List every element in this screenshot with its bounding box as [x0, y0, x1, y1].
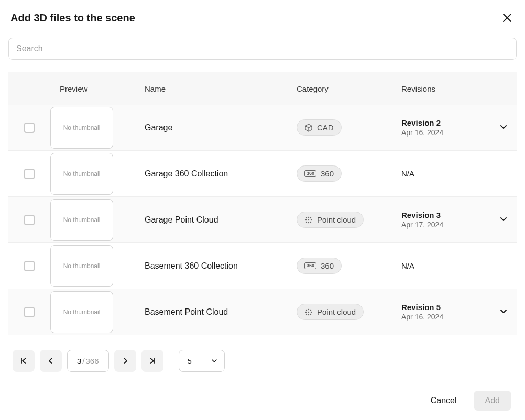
page-size-select[interactable]: 5 — [179, 350, 225, 372]
column-preview: Preview — [50, 84, 145, 93]
add-button[interactable]: Add — [474, 391, 511, 411]
column-name: Name — [145, 84, 297, 93]
revision-date: Apr 16, 2024 — [401, 313, 490, 321]
file-name: Garage Point Cloud — [145, 215, 297, 225]
revision-title: Revision 2 — [401, 118, 490, 127]
page-size-value: 5 — [188, 357, 192, 366]
cad-icon — [304, 124, 313, 132]
chevron-down-icon — [211, 357, 218, 364]
revision-title: Revision 5 — [401, 303, 490, 312]
svg-point-15 — [306, 313, 307, 314]
table-row: No thumbnail Garage 360 Collection 360 3… — [8, 151, 517, 197]
pointcloud-icon — [304, 216, 313, 224]
revision-date: Apr 16, 2024 — [401, 128, 490, 137]
dialog-title: Add 3D files to the scene — [10, 12, 135, 24]
first-page-icon — [19, 356, 28, 366]
svg-point-8 — [310, 221, 311, 222]
search-input[interactable] — [8, 38, 517, 60]
chevron-right-icon — [121, 356, 130, 366]
row-checkbox[interactable] — [24, 123, 35, 133]
chevron-down-icon — [499, 307, 508, 315]
close-icon — [502, 13, 512, 23]
revision-na: N/A — [401, 261, 490, 270]
svg-point-10 — [308, 308, 309, 310]
svg-point-16 — [308, 314, 309, 315]
category-label: 360 — [321, 261, 334, 270]
thumbnail-placeholder: No thumbnail — [50, 153, 113, 195]
category-label: CAD — [317, 123, 334, 132]
svg-point-17 — [310, 313, 311, 314]
divider — [171, 354, 171, 368]
expand-button[interactable] — [496, 212, 511, 228]
svg-point-13 — [308, 311, 309, 312]
svg-point-1 — [308, 216, 309, 217]
file-name: Basement Point Cloud — [145, 307, 297, 317]
revision-title: Revision 3 — [401, 211, 490, 219]
last-page-button[interactable] — [141, 350, 163, 372]
svg-point-2 — [310, 217, 311, 218]
category-label: Point cloud — [317, 307, 356, 316]
row-checkbox[interactable] — [24, 307, 35, 317]
chevron-left-icon — [46, 356, 56, 366]
svg-point-9 — [306, 309, 307, 310]
thumbnail-placeholder: No thumbnail — [50, 245, 113, 287]
svg-point-3 — [305, 219, 307, 220]
category-badge: 360 360 — [297, 165, 342, 182]
svg-point-14 — [311, 311, 312, 312]
360-icon: 360 — [304, 262, 316, 269]
svg-point-5 — [311, 219, 312, 220]
last-page-icon — [148, 356, 157, 366]
table-row: No thumbnail Basement 360 Collection 360… — [8, 243, 517, 289]
category-badge: Point cloud — [297, 212, 364, 228]
thumbnail-placeholder: No thumbnail — [50, 291, 113, 333]
svg-point-7 — [308, 222, 309, 223]
files-table: Preview Name Category Revisions No thumb… — [8, 72, 517, 335]
svg-point-11 — [310, 309, 311, 310]
table-row: No thumbnail Garage Point Cloud Point cl… — [8, 197, 517, 243]
current-page: 3 — [77, 357, 81, 366]
category-badge: CAD — [297, 119, 342, 136]
thumbnail-placeholder: No thumbnail — [50, 107, 113, 149]
pagination: 3 / 366 5 — [8, 350, 517, 372]
file-name: Garage 360 Collection — [145, 169, 297, 179]
total-pages: 366 — [86, 357, 99, 366]
expand-button[interactable] — [496, 304, 511, 320]
dialog-actions: Cancel Add — [8, 391, 517, 411]
category-badge: 360 360 — [297, 258, 342, 274]
page-indicator[interactable]: 3 / 366 — [67, 350, 109, 372]
close-button[interactable] — [500, 10, 515, 25]
first-page-button[interactable] — [13, 350, 35, 372]
table-header: Preview Name Category Revisions — [8, 72, 517, 105]
revision-na: N/A — [401, 169, 490, 178]
row-checkbox[interactable] — [24, 169, 35, 179]
row-checkbox[interactable] — [24, 215, 35, 225]
chevron-down-icon — [499, 123, 508, 131]
chevron-down-icon — [499, 215, 508, 223]
svg-point-0 — [306, 217, 307, 218]
revision-date: Apr 17, 2024 — [401, 220, 490, 229]
svg-point-4 — [308, 219, 309, 220]
prev-page-button[interactable] — [40, 350, 62, 372]
category-label: 360 — [321, 169, 334, 178]
svg-point-12 — [305, 311, 307, 312]
file-name: Garage — [145, 123, 297, 132]
column-revisions: Revisions — [401, 84, 490, 93]
svg-point-6 — [306, 221, 307, 222]
360-icon: 360 — [304, 170, 316, 177]
next-page-button[interactable] — [114, 350, 136, 372]
row-checkbox[interactable] — [24, 261, 35, 271]
category-label: Point cloud — [317, 215, 356, 224]
cancel-button[interactable]: Cancel — [422, 391, 465, 411]
table-row: No thumbnail Basement Point Cloud Point … — [8, 289, 517, 335]
category-badge: Point cloud — [297, 304, 364, 320]
column-category: Category — [297, 84, 401, 93]
table-row: No thumbnail Garage CAD Revision 2 Apr 1… — [8, 105, 517, 151]
thumbnail-placeholder: No thumbnail — [50, 199, 113, 241]
expand-button[interactable] — [496, 119, 511, 136]
file-name: Basement 360 Collection — [145, 261, 297, 271]
pointcloud-icon — [304, 308, 313, 316]
